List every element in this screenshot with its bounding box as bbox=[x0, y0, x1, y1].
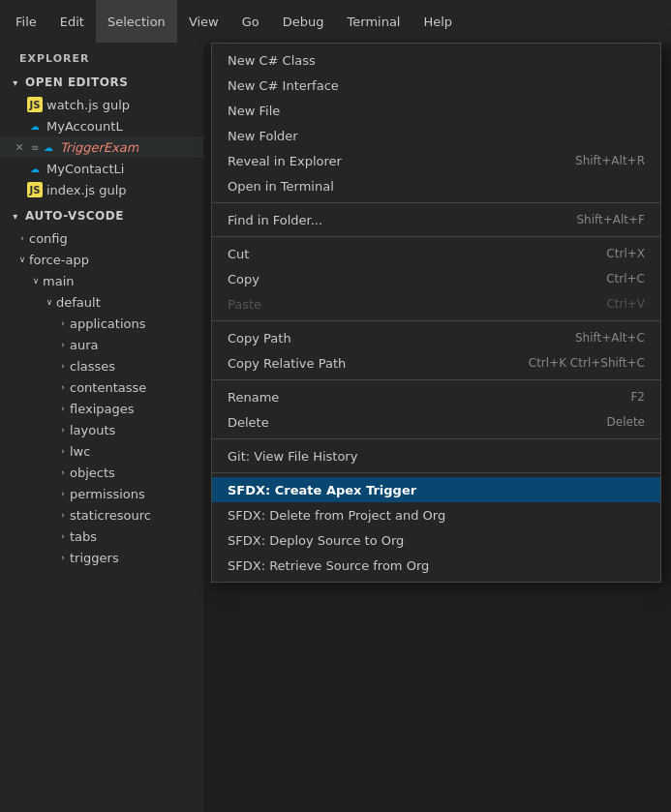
sf-file-icon: ☁ bbox=[27, 161, 43, 176]
menu-item-copy[interactable]: Copy Ctrl+C bbox=[212, 266, 660, 291]
chevron-right-icon: › bbox=[56, 340, 70, 349]
menu-item-sfdx-delete[interactable]: SFDX: Delete from Project and Org bbox=[212, 502, 660, 527]
tree-item[interactable]: › config bbox=[0, 227, 203, 249]
menu-item-new-cs-class[interactable]: New C# Class bbox=[212, 47, 660, 73]
js-file-icon: JS bbox=[27, 97, 43, 112]
open-editors-header[interactable]: ▾ OPEN EDITORS bbox=[0, 71, 203, 94]
tree-item[interactable]: › layouts bbox=[0, 419, 203, 440]
tree-item[interactable]: › classes bbox=[0, 355, 203, 376]
tree-item[interactable]: › contentasse bbox=[0, 376, 203, 398]
menu-item-open-in-terminal[interactable]: Open in Terminal bbox=[212, 173, 660, 198]
close-icon[interactable]: ✕ bbox=[12, 141, 27, 154]
sf-file-icon: ☁ bbox=[41, 139, 56, 155]
menu-view[interactable]: View bbox=[177, 0, 230, 43]
menu-section-path: Copy Path Shift+Alt+C Copy Relative Path… bbox=[212, 321, 660, 380]
sidebar: EXPLORER ▾ OPEN EDITORS JS watch.js gulp… bbox=[0, 43, 203, 812]
file-name: TriggerExam bbox=[60, 140, 138, 155]
auto-vscode-header[interactable]: ▾ AUTO-VSCODE bbox=[0, 204, 203, 227]
auto-vscode-chevron: ▾ bbox=[8, 208, 23, 224]
tree-item[interactable]: › objects bbox=[0, 462, 203, 483]
chevron-right-icon: › bbox=[56, 404, 70, 413]
menu-item-cut[interactable]: Cut Ctrl+X bbox=[212, 241, 660, 266]
menu-item-new-cs-interface[interactable]: New C# Interface bbox=[212, 73, 660, 98]
menu-item-delete[interactable]: Delete Delete bbox=[212, 409, 660, 435]
menu-item-paste: Paste Ctrl+V bbox=[212, 291, 660, 316]
menu-bar: File Edit Selection View Go Debug Termin… bbox=[0, 0, 671, 43]
menu-item-new-file[interactable]: New File bbox=[212, 98, 660, 123]
file-name: index.js gulp bbox=[46, 183, 127, 197]
chevron-down-icon: ∨ bbox=[43, 297, 56, 307]
menu-section-git: Git: View File History bbox=[212, 439, 660, 473]
menu-section-rename: Rename F2 Delete Delete bbox=[212, 380, 660, 439]
chevron-right-icon: › bbox=[56, 425, 70, 435]
tree-item[interactable]: › permissions bbox=[0, 483, 203, 504]
menu-edit[interactable]: Edit bbox=[48, 0, 96, 43]
menu-section-edit: Cut Ctrl+X Copy Ctrl+C Paste Ctrl+V bbox=[212, 237, 660, 321]
explorer-title: EXPLORER bbox=[0, 43, 203, 71]
list-item[interactable]: JS watch.js gulp bbox=[0, 94, 203, 115]
chevron-right-icon: › bbox=[56, 446, 70, 456]
list-item[interactable]: ☁ MyAccountL bbox=[0, 115, 203, 136]
menu-item-sfdx-create-apex-trigger[interactable]: SFDX: Create Apex Trigger bbox=[212, 477, 660, 502]
open-editors-chevron: ▾ bbox=[8, 75, 23, 90]
menu-section-new: New C# Class New C# Interface New File N… bbox=[212, 44, 660, 203]
tree-item[interactable]: ∨ default bbox=[0, 291, 203, 313]
chevron-right-icon: › bbox=[56, 510, 70, 520]
menu-debug[interactable]: Debug bbox=[271, 0, 336, 43]
menu-item-sfdx-deploy[interactable]: SFDX: Deploy Source to Org bbox=[212, 527, 660, 553]
js-file-icon: JS bbox=[27, 182, 43, 197]
chevron-down-icon: ∨ bbox=[15, 255, 29, 264]
menu-item-copy-path[interactable]: Copy Path Shift+Alt+C bbox=[212, 325, 660, 350]
chevron-right-icon: › bbox=[56, 531, 70, 541]
menu-file[interactable]: File bbox=[4, 0, 48, 43]
tree-item[interactable]: › lwc bbox=[0, 440, 203, 462]
menu-terminal[interactable]: Terminal bbox=[336, 0, 412, 43]
menu-item-new-folder[interactable]: New Folder bbox=[212, 123, 660, 148]
chevron-right-icon: › bbox=[56, 361, 70, 371]
chevron-right-icon: › bbox=[56, 382, 70, 392]
tree-item[interactable]: › staticresourc bbox=[0, 504, 203, 526]
list-item[interactable]: JS index.js gulp bbox=[0, 179, 203, 200]
chevron-right-icon: › bbox=[15, 233, 29, 243]
chevron-right-icon: › bbox=[56, 489, 70, 498]
chevron-right-icon: › bbox=[56, 467, 70, 477]
menu-item-rename[interactable]: Rename F2 bbox=[212, 384, 660, 409]
context-menu: New C# Class New C# Interface New File N… bbox=[211, 43, 661, 583]
tree-item[interactable]: › applications bbox=[0, 313, 203, 334]
menu-section-find: Find in Folder... Shift+Alt+F bbox=[212, 203, 660, 237]
menu-section-sfdx: SFDX: Create Apex Trigger SFDX: Delete f… bbox=[212, 473, 660, 582]
menu-item-git-view-history[interactable]: Git: View File History bbox=[212, 443, 660, 468]
tree-item[interactable]: ∨ main bbox=[0, 270, 203, 291]
menu-item-reveal-in-explorer[interactable]: Reveal in Explorer Shift+Alt+R bbox=[212, 148, 660, 173]
file-name: watch.js gulp bbox=[46, 98, 130, 112]
menu-help[interactable]: Help bbox=[412, 0, 464, 43]
chevron-right-icon: › bbox=[56, 553, 70, 562]
chevron-right-icon: › bbox=[56, 318, 70, 328]
list-item[interactable]: ✕ ≡ ☁ TriggerExam bbox=[0, 136, 203, 158]
tree-item[interactable]: › triggers bbox=[0, 547, 203, 568]
tree-item[interactable]: ∨ force-app bbox=[0, 249, 203, 270]
list-item[interactable]: ☁ MyContactLi bbox=[0, 158, 203, 179]
menu-selection[interactable]: Selection bbox=[96, 0, 177, 43]
menu-item-find-in-folder[interactable]: Find in Folder... Shift+Alt+F bbox=[212, 207, 660, 232]
menu-item-copy-relative-path[interactable]: Copy Relative Path Ctrl+K Ctrl+Shift+C bbox=[212, 350, 660, 376]
tree-item[interactable]: › tabs bbox=[0, 526, 203, 547]
menu-item-sfdx-retrieve[interactable]: SFDX: Retrieve Source from Org bbox=[212, 553, 660, 578]
tree-item[interactable]: › flexipages bbox=[0, 398, 203, 419]
file-name: MyContactLi bbox=[46, 162, 124, 176]
tree-item[interactable]: › aura bbox=[0, 334, 203, 355]
sf-file-icon: ☁ bbox=[27, 118, 43, 134]
menu-go[interactable]: Go bbox=[230, 0, 271, 43]
chevron-down-icon: ∨ bbox=[29, 276, 43, 286]
file-name: MyAccountL bbox=[46, 119, 123, 134]
